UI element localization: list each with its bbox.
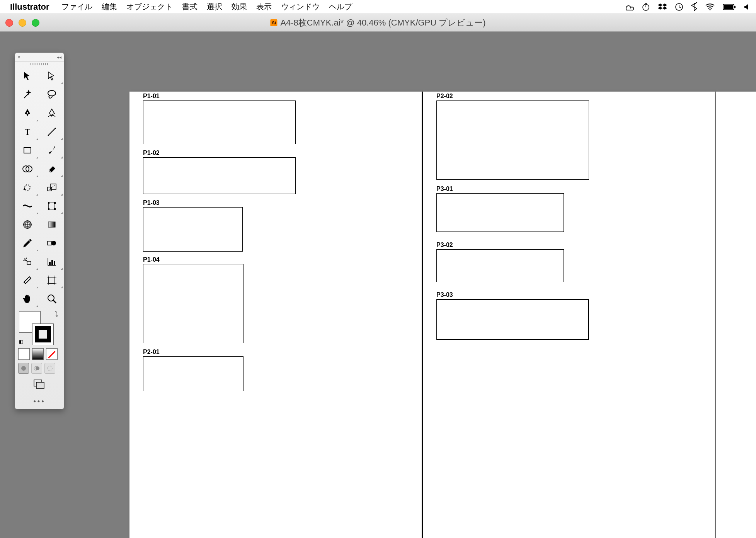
eyedropper-tool[interactable] bbox=[15, 234, 39, 252]
svg-text:T: T bbox=[24, 127, 30, 137]
width-tool[interactable] bbox=[15, 197, 39, 215]
rotate-tool[interactable] bbox=[15, 178, 39, 197]
box-p3-01[interactable] bbox=[436, 193, 564, 232]
zoom-tool[interactable] bbox=[39, 289, 64, 308]
label-p1-03: P1-03 bbox=[143, 199, 160, 206]
menubar-status-right bbox=[624, 2, 752, 12]
color-mode-none[interactable] bbox=[46, 348, 58, 360]
color-mode-gradient[interactable] bbox=[32, 348, 44, 360]
svg-point-55 bbox=[48, 366, 52, 371]
swap-fill-stroke-icon[interactable]: ⤵ bbox=[55, 310, 58, 318]
svg-point-52 bbox=[21, 366, 26, 371]
box-p1-04[interactable] bbox=[143, 264, 243, 343]
draw-behind-button[interactable] bbox=[31, 363, 42, 374]
svg-line-38 bbox=[26, 260, 27, 261]
tools-panel: × ◂◂ T bbox=[15, 53, 64, 409]
workspace[interactable]: P1-01 P1-02 P1-03 P1-04 P2-01 P2-02 P3-0… bbox=[0, 32, 756, 538]
box-p3-02[interactable] bbox=[436, 249, 564, 282]
mesh-tool[interactable] bbox=[15, 215, 39, 234]
gradient-tool[interactable] bbox=[39, 215, 64, 234]
panel-grip[interactable] bbox=[15, 61, 64, 67]
column-graph-tool[interactable] bbox=[39, 252, 64, 271]
hand-tool[interactable] bbox=[15, 289, 39, 308]
scale-tool[interactable] bbox=[39, 178, 64, 197]
bluetooth-icon[interactable] bbox=[691, 2, 697, 12]
menu-effect[interactable]: 効果 bbox=[232, 2, 247, 12]
time-machine-icon[interactable] bbox=[675, 3, 683, 11]
traffic-lights bbox=[5, 19, 39, 27]
menu-window[interactable]: ウィンドウ bbox=[281, 2, 320, 12]
artboard-3[interactable] bbox=[716, 92, 756, 538]
menu-help[interactable]: ヘルプ bbox=[329, 2, 352, 12]
svg-line-44 bbox=[24, 282, 26, 284]
artboard-2[interactable]: P2-02 P3-01 P3-02 P3-03 bbox=[423, 92, 715, 538]
magic-wand-tool[interactable] bbox=[15, 85, 39, 104]
edit-toolbar-button[interactable]: ••• bbox=[15, 395, 64, 409]
type-tool[interactable]: T bbox=[15, 123, 39, 141]
curvature-tool[interactable] bbox=[39, 104, 64, 123]
menu-type[interactable]: 書式 bbox=[182, 2, 198, 12]
box-p1-03[interactable] bbox=[143, 207, 243, 252]
minimize-window-button[interactable] bbox=[19, 19, 26, 27]
menu-select[interactable]: 選択 bbox=[207, 2, 222, 12]
timer-icon[interactable] bbox=[642, 3, 650, 11]
svg-rect-7 bbox=[724, 5, 733, 9]
menu-file[interactable]: ファイル bbox=[61, 2, 92, 12]
eraser-tool[interactable] bbox=[39, 160, 64, 178]
close-icon[interactable]: × bbox=[17, 54, 20, 60]
document-title-text: A4-8枚CMYK.ai* @ 40.46% (CMYK/GPU プレビュー) bbox=[280, 17, 485, 29]
dropbox-icon[interactable] bbox=[658, 3, 667, 11]
svg-rect-24 bbox=[54, 208, 56, 210]
pen-tool[interactable] bbox=[15, 104, 39, 123]
screen-mode-row bbox=[15, 375, 64, 395]
menu-object[interactable]: オブジェクト bbox=[126, 2, 173, 12]
free-transform-tool[interactable] bbox=[39, 197, 64, 215]
draw-mode-row bbox=[15, 361, 64, 375]
shape-builder-tool[interactable] bbox=[15, 160, 39, 178]
menu-view[interactable]: 表示 bbox=[256, 2, 272, 12]
collapse-icon[interactable]: ◂◂ bbox=[57, 54, 61, 60]
rectangle-tool[interactable] bbox=[15, 141, 39, 160]
svg-rect-41 bbox=[49, 262, 51, 265]
fill-stroke-control[interactable]: ⤵ ◧ bbox=[15, 308, 64, 347]
box-p3-03[interactable] bbox=[436, 299, 589, 340]
svg-line-51 bbox=[53, 300, 56, 303]
blend-tool[interactable] bbox=[39, 234, 64, 252]
volume-icon[interactable] bbox=[744, 3, 752, 11]
close-window-button[interactable] bbox=[5, 19, 13, 27]
lasso-tool[interactable] bbox=[39, 85, 64, 104]
tools-panel-header[interactable]: × ◂◂ bbox=[15, 53, 64, 61]
draw-inside-button[interactable] bbox=[44, 363, 55, 374]
selection-tool[interactable] bbox=[15, 67, 39, 85]
svg-rect-33 bbox=[27, 261, 31, 264]
svg-line-11 bbox=[48, 128, 55, 135]
svg-rect-57 bbox=[36, 382, 44, 388]
screen-mode-button[interactable] bbox=[32, 378, 47, 392]
box-p2-01[interactable] bbox=[143, 356, 243, 391]
box-p1-02[interactable] bbox=[143, 157, 296, 194]
slice-tool[interactable] bbox=[15, 271, 39, 289]
wifi-icon[interactable] bbox=[705, 3, 715, 11]
svg-point-4 bbox=[709, 9, 710, 10]
artboard-1[interactable]: P1-01 P1-02 P1-03 P1-04 P2-01 bbox=[129, 92, 422, 538]
stroke-swatch[interactable] bbox=[32, 323, 54, 345]
creative-cloud-icon[interactable] bbox=[624, 3, 634, 11]
battery-icon[interactable] bbox=[723, 3, 736, 10]
line-segment-tool[interactable] bbox=[39, 123, 64, 141]
color-mode-solid[interactable] bbox=[18, 348, 30, 360]
label-p1-04: P1-04 bbox=[143, 256, 160, 263]
box-p1-01[interactable] bbox=[143, 100, 296, 144]
default-fill-stroke-icon[interactable]: ◧ bbox=[19, 339, 23, 344]
app-name[interactable]: Illustrator bbox=[10, 2, 49, 12]
menu-edit[interactable]: 編集 bbox=[102, 2, 117, 12]
symbol-sprayer-tool[interactable] bbox=[15, 252, 39, 271]
window-titlebar: Ai A4-8枚CMYK.ai* @ 40.46% (CMYK/GPU プレビュ… bbox=[0, 14, 756, 32]
artboard-tool[interactable] bbox=[39, 271, 64, 289]
svg-point-50 bbox=[48, 295, 54, 301]
svg-rect-42 bbox=[51, 260, 53, 265]
direct-selection-tool[interactable] bbox=[39, 67, 64, 85]
paintbrush-tool[interactable] bbox=[39, 141, 64, 160]
fullscreen-window-button[interactable] bbox=[32, 19, 39, 27]
draw-normal-button[interactable] bbox=[18, 363, 29, 374]
box-p2-02[interactable] bbox=[436, 100, 589, 180]
